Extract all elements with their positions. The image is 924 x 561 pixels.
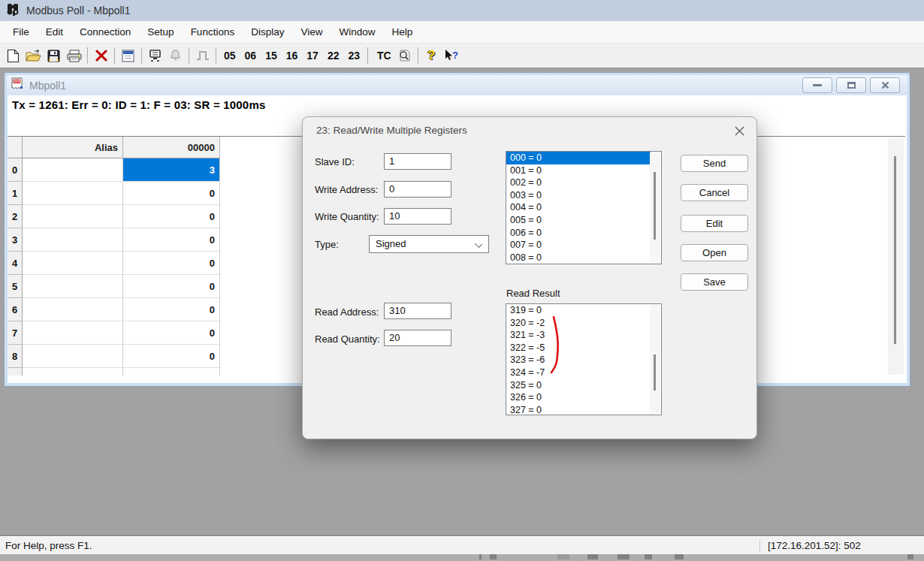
alarm-button[interactable] <box>165 46 186 65</box>
menu-help[interactable]: Help <box>383 21 421 43</box>
grid-header-alias[interactable]: Alias <box>23 137 123 158</box>
alias-cell[interactable] <box>23 345 123 368</box>
list-item[interactable]: 327 = 0 <box>506 404 651 415</box>
child-titlebar[interactable]: DOC Mbpoll1 <box>7 75 907 95</box>
write-address-field[interactable]: 0 <box>384 181 451 198</box>
function-22-button[interactable]: 22 <box>323 46 344 65</box>
row-header[interactable]: 7 <box>8 321 23 345</box>
row-header[interactable]: 6 <box>8 298 23 321</box>
list-item[interactable]: 319 = 0 <box>506 304 651 317</box>
row-header[interactable]: 5 <box>8 275 23 298</box>
value-cell[interactable]: 0 <box>123 345 220 368</box>
save-button[interactable] <box>44 46 64 65</box>
test-center-doc-button[interactable] <box>394 46 415 65</box>
restore-button[interactable] <box>836 77 866 93</box>
alias-cell[interactable] <box>23 275 123 298</box>
menu-connection[interactable]: Connection <box>71 21 139 43</box>
list-item[interactable]: 002 = 0 <box>506 176 651 189</box>
write-list-scrollbar-thumb[interactable] <box>654 172 656 240</box>
write-list-scrollbar[interactable] <box>650 152 660 263</box>
read-quantity-field[interactable]: 20 <box>384 330 451 346</box>
dialog-close-button[interactable] <box>732 124 746 137</box>
menu-functions[interactable]: Functions <box>183 21 243 43</box>
menu-view[interactable]: View <box>292 21 331 43</box>
row-header[interactable]: 3 <box>8 228 23 252</box>
read-list-scrollbar[interactable] <box>650 305 660 414</box>
list-item[interactable]: 324 = -7 <box>506 366 651 379</box>
print-button[interactable] <box>64 46 84 65</box>
list-item[interactable]: 004 = 0 <box>506 201 651 214</box>
list-item[interactable]: 008 = 0 <box>506 252 651 264</box>
function-05-button[interactable]: 05 <box>219 46 240 65</box>
list-item[interactable]: 325 = 0 <box>506 379 651 392</box>
alias-cell[interactable] <box>23 298 123 321</box>
menu-window[interactable]: Window <box>331 21 383 43</box>
disconnect-button[interactable] <box>91 46 111 65</box>
list-item-selected[interactable]: 000 = 0 <box>506 152 651 164</box>
open-button[interactable]: Open <box>681 244 748 261</box>
function-16-button[interactable]: 16 <box>282 46 303 65</box>
read-list-scrollbar-thumb[interactable] <box>654 354 656 391</box>
list-item[interactable]: 321 = -3 <box>506 329 651 342</box>
row-header[interactable]: 1 <box>8 182 23 205</box>
function-17-button[interactable]: 17 <box>302 46 323 65</box>
close-button[interactable] <box>870 77 900 93</box>
grid-header-00000[interactable]: 00000 <box>123 137 220 158</box>
alias-cell[interactable] <box>23 158 123 182</box>
value-cell[interactable]: 0 <box>123 182 220 205</box>
background-window-strip <box>0 554 924 561</box>
save-button[interactable]: Save <box>681 273 748 291</box>
value-cell[interactable]: 0 <box>123 228 220 252</box>
row-header[interactable]: 8 <box>8 345 23 368</box>
menu-edit[interactable]: Edit <box>38 21 71 43</box>
function-23-button[interactable]: 23 <box>343 46 364 65</box>
write-quantity-field[interactable]: 10 <box>384 208 451 225</box>
menu-file[interactable]: File <box>5 21 38 43</box>
open-file-button[interactable] <box>23 46 44 65</box>
list-item[interactable]: 322 = -5 <box>506 342 651 354</box>
minimize-button[interactable] <box>802 77 832 93</box>
alias-cell[interactable] <box>23 228 123 252</box>
value-cell[interactable]: 0 <box>123 205 220 228</box>
list-item[interactable]: 326 = 0 <box>506 391 651 404</box>
value-cell[interactable]: 0 <box>123 252 220 275</box>
list-item[interactable]: 006 = 0 <box>506 227 651 240</box>
value-cell[interactable]: 0 <box>123 321 220 345</box>
menu-setup[interactable]: Setup <box>139 21 182 43</box>
list-item[interactable]: 001 = 0 <box>506 164 651 177</box>
alias-cell[interactable] <box>23 321 123 345</box>
function-15-button[interactable]: 15 <box>261 46 282 65</box>
type-select[interactable]: Signed <box>369 235 489 253</box>
grid-scrollbar-thumb[interactable] <box>894 156 896 344</box>
pulse-button[interactable] <box>192 46 213 65</box>
edit-button[interactable]: Edit <box>681 215 748 232</box>
read-address-field[interactable]: 310 <box>384 303 451 319</box>
alias-cell[interactable] <box>23 182 123 205</box>
help-button[interactable]: ? <box>421 46 442 65</box>
list-item[interactable]: 005 = 0 <box>506 214 651 227</box>
list-item[interactable]: 003 = 0 <box>506 189 651 202</box>
list-item[interactable]: 320 = -2 <box>506 317 651 330</box>
list-item[interactable]: 323 = -6 <box>506 354 651 366</box>
test-center-button[interactable]: TC <box>371 50 394 62</box>
cancel-button[interactable]: Cancel <box>681 184 748 201</box>
comm-traffic-button[interactable] <box>145 46 165 65</box>
write-values-list[interactable]: 000 = 0 001 = 0 002 = 0 003 = 0 004 = 0 … <box>506 151 662 264</box>
list-item[interactable]: 007 = 0 <box>506 239 651 252</box>
alias-cell[interactable] <box>23 205 123 228</box>
value-cell[interactable]: 0 <box>123 298 220 321</box>
read-result-list[interactable]: 319 = 0 320 = -2 321 = -3 322 = -5 323 =… <box>506 303 662 415</box>
context-help-button[interactable]: ? <box>442 46 462 65</box>
row-header[interactable]: 2 <box>8 205 23 228</box>
new-file-button[interactable] <box>3 46 23 65</box>
function-06-button[interactable]: 06 <box>240 46 261 65</box>
alias-cell[interactable] <box>23 252 123 275</box>
value-cell-selected[interactable]: 3 <box>123 158 220 182</box>
slave-id-field[interactable]: 1 <box>384 153 451 170</box>
row-header[interactable]: 0 <box>8 158 23 182</box>
value-cell[interactable]: 0 <box>123 275 220 298</box>
menu-display[interactable]: Display <box>243 21 292 43</box>
row-header[interactable]: 4 <box>8 252 23 275</box>
send-button[interactable]: Send <box>681 155 748 172</box>
setup-window-button[interactable] <box>118 46 138 65</box>
